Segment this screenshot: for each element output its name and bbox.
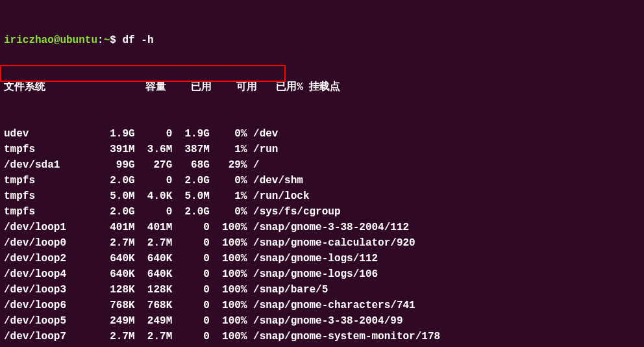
df-row: udev 1.9G 0 1.9G 0% /dev: [4, 126, 640, 142]
df-row: /dev/loop3 128K 128K 0 100% /snap/bare/5: [4, 282, 640, 298]
command: df -h: [122, 34, 153, 46]
prompt-line: iriczhao@ubuntu:~$ df -h: [4, 32, 640, 48]
df-row: /dev/sda1 99G 27G 68G 29% /: [4, 157, 640, 173]
df-row: /dev/loop5 249M 249M 0 100% /snap/gnome-…: [4, 313, 640, 329]
df-row: /dev/loop10 56M 56M 0 100% /snap/core18/…: [4, 344, 640, 347]
prompt-sep: :: [97, 34, 104, 46]
prompt-user: iriczhao@ubuntu: [4, 34, 97, 46]
df-row: tmpfs 2.0G 0 2.0G 0% /sys/fs/cgroup: [4, 204, 640, 220]
df-row: /dev/loop0 2.7M 2.7M 0 100% /snap/gnome-…: [4, 235, 640, 251]
prompt-dollar: $: [110, 34, 116, 46]
df-row: tmpfs 391M 3.6M 387M 1% /run: [4, 142, 640, 157]
df-header-row: 文件系统 容量 已用 可用 已用% 挂载点: [4, 79, 640, 95]
df-row: tmpfs 2.0G 0 2.0G 0% /dev/shm: [4, 173, 640, 188]
prompt-path: ~: [104, 34, 110, 46]
df-row: tmpfs 5.0M 4.0K 5.0M 1% /run/lock: [4, 188, 640, 204]
df-row: /dev/loop4 640K 640K 0 100% /snap/gnome-…: [4, 266, 640, 282]
df-row: /dev/loop1 401M 401M 0 100% /snap/gnome-…: [4, 220, 640, 235]
df-row: /dev/loop7 2.7M 2.7M 0 100% /snap/gnome-…: [4, 329, 640, 344]
df-row: /dev/loop6 768K 768K 0 100% /snap/gnome-…: [4, 298, 640, 313]
df-row: /dev/loop2 640K 640K 0 100% /snap/gnome-…: [4, 251, 640, 266]
terminal-output[interactable]: iriczhao@ubuntu:~$ df -h 文件系统 容量 已用 可用 已…: [4, 1, 640, 347]
